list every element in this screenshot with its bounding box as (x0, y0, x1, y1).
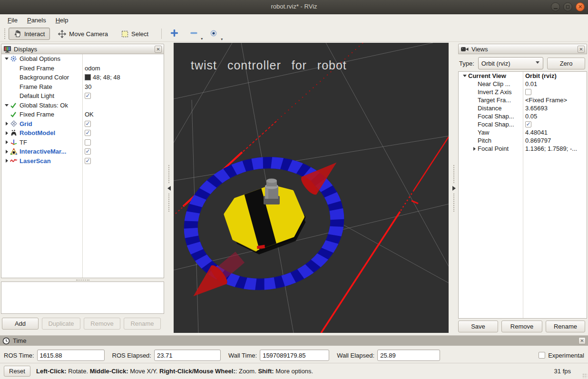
property-value[interactable] (83, 54, 85, 64)
3d-viewport[interactable]: twist controller for robot (174, 43, 449, 333)
checkbox-checked[interactable]: ✓ (85, 93, 91, 99)
time-close-icon[interactable]: ✕ (578, 337, 586, 344)
expander-open-icon[interactable] (3, 58, 10, 60)
wall-elapsed-input[interactable] (377, 350, 440, 361)
chevron-down-icon[interactable]: ▾ (201, 37, 203, 41)
ros-elapsed-input[interactable] (154, 350, 221, 361)
checkbox-unchecked[interactable] (539, 352, 545, 359)
displays-panel-header[interactable]: Displays ✕ (1, 44, 164, 54)
publish-point-button[interactable]: ▾ (206, 27, 222, 41)
rename-button[interactable]: Rename (546, 321, 585, 332)
property-value[interactable]: 30 (83, 82, 91, 92)
checkbox-checked[interactable]: ✓ (85, 148, 91, 155)
tree-row-fixed-frame[interactable]: Fixed FrameOK (1, 110, 164, 119)
tree-row-robotmodel[interactable]: RobotModel✓ (1, 128, 164, 138)
property-value[interactable]: <Fixed Frame> (524, 96, 567, 104)
remove-button[interactable]: Remove (501, 321, 542, 332)
expander-open-icon[interactable] (3, 104, 10, 107)
expander-closed-icon[interactable] (471, 147, 478, 151)
reset-button[interactable]: Reset (4, 366, 30, 377)
tree-row-distance[interactable]: Distance3.65693 (459, 104, 587, 112)
displays-close-icon[interactable]: ✕ (155, 46, 162, 53)
zero-button[interactable]: Zero (547, 58, 585, 69)
right-dock-splitter[interactable] (449, 42, 459, 334)
tree-row-laserscan[interactable]: LaserScan✓ (1, 156, 164, 166)
collapse-left-icon[interactable] (167, 186, 171, 191)
tree-row-target-fra[interactable]: Target Fra...<Fixed Frame> (459, 96, 587, 104)
view-type-select[interactable]: Orbit (rviz) (478, 57, 543, 69)
checkbox-checked[interactable]: ✓ (525, 121, 531, 127)
tree-row-pitch[interactable]: Pitch0.869797 (459, 136, 587, 145)
property-value[interactable]: ✓ (83, 128, 91, 138)
property-value[interactable]: 0.05 (524, 112, 537, 120)
move-camera-tool[interactable]: Move Camera (53, 28, 113, 40)
menu-help[interactable]: Help (51, 15, 73, 25)
resize-grip[interactable] (582, 373, 587, 378)
views-panel-header[interactable]: Views ✕ (458, 44, 587, 54)
checkbox-unchecked[interactable] (85, 139, 91, 146)
views-close-icon[interactable]: ✕ (578, 46, 585, 53)
checkbox-checked[interactable]: ✓ (85, 158, 91, 164)
add-button[interactable]: Add (2, 318, 39, 330)
property-value[interactable]: odom (83, 64, 100, 73)
focus-camera-button[interactable] (167, 27, 182, 40)
menu-panels[interactable]: Panels (22, 15, 51, 25)
chevron-down-icon[interactable]: ▾ (221, 37, 223, 41)
tree-row-tf[interactable]: TF (1, 138, 164, 147)
wall-time-input[interactable] (260, 350, 329, 361)
tree-row-default-light[interactable]: Default Light✓ (1, 91, 164, 101)
tree-row-invert-z-axis[interactable]: Invert Z Axis (459, 88, 587, 96)
property-value[interactable] (524, 88, 531, 96)
property-value[interactable]: 4.48041 (524, 128, 548, 136)
maximize-button[interactable] (563, 2, 572, 11)
expander-open-icon[interactable] (461, 75, 468, 77)
tree-row-global-status-ok[interactable]: Global Status: Ok (1, 101, 164, 110)
property-value[interactable]: ✓ (83, 119, 91, 129)
property-value[interactable]: ✓ (83, 156, 91, 166)
property-value[interactable]: 48; 48; 48 (83, 73, 120, 82)
close-button[interactable]: ✕ (576, 2, 585, 11)
tree-row-global-options[interactable]: Global Options (1, 54, 164, 64)
tree-row-current-view[interactable]: Current ViewOrbit (rviz) (459, 72, 587, 80)
property-value[interactable]: ✓ (83, 91, 91, 101)
splitter-handle[interactable] (1, 278, 164, 282)
expander-closed-icon[interactable] (3, 131, 10, 135)
tree-row-focal-shap[interactable]: Focal Shap...0.05 (459, 112, 587, 120)
collapse-right-icon[interactable] (452, 186, 456, 191)
property-value[interactable]: 0.01 (524, 80, 537, 88)
tree-row-near-clip[interactable]: Near Clip ...0.01 (459, 80, 587, 88)
titlebar[interactable]: robot.rviz* - RViz ✕ (0, 0, 588, 14)
property-value[interactable]: 1.1366; 1.7589; -... (524, 145, 577, 153)
property-value[interactable]: 3.65693 (524, 104, 548, 112)
property-value[interactable] (83, 138, 91, 147)
save-button[interactable]: Save (458, 321, 498, 332)
expander-closed-icon[interactable] (3, 159, 10, 163)
property-value[interactable]: ✓ (524, 120, 531, 128)
menu-file[interactable]: File (3, 15, 22, 25)
checkbox-checked[interactable]: ✓ (85, 130, 91, 136)
tree-row-focal-point[interactable]: Focal Point1.1366; 1.7589; -... (459, 145, 587, 153)
checkbox-checked[interactable]: ✓ (85, 121, 91, 127)
tree-row-frame-rate[interactable]: Frame Rate30 (1, 82, 164, 92)
time-panel-header[interactable]: Time ✕ (0, 335, 588, 346)
tree-row-focal-shap[interactable]: Focal Shap...✓ (459, 120, 587, 128)
left-dock-splitter[interactable] (164, 42, 174, 334)
interact-tool[interactable]: Interact (9, 28, 50, 40)
expander-closed-icon[interactable] (3, 140, 10, 144)
tree-row-yaw[interactable]: Yaw4.48041 (459, 128, 587, 136)
select-tool[interactable]: Select (116, 28, 154, 40)
expander-closed-icon[interactable] (3, 150, 10, 154)
tree-row-fixed-frame[interactable]: Fixed Frameodom (1, 64, 164, 73)
tree-row-grid[interactable]: Grid✓ (1, 119, 164, 129)
measure-button[interactable]: ▾ (186, 27, 202, 40)
expander-closed-icon[interactable] (3, 122, 10, 126)
property-value[interactable]: Orbit (rviz) (524, 72, 557, 80)
property-value[interactable]: ✓ (83, 147, 91, 156)
tree-row-interactivemar[interactable]: InteractiveMar...✓ (1, 147, 164, 156)
toolbar-drag-handle[interactable] (4, 29, 6, 39)
tree-row-background-color[interactable]: Background Color48; 48; 48 (1, 73, 164, 82)
checkbox-unchecked[interactable] (525, 89, 531, 95)
property-value[interactable] (83, 101, 85, 110)
ros-time-input[interactable] (37, 350, 105, 361)
property-value[interactable]: OK (83, 110, 94, 119)
